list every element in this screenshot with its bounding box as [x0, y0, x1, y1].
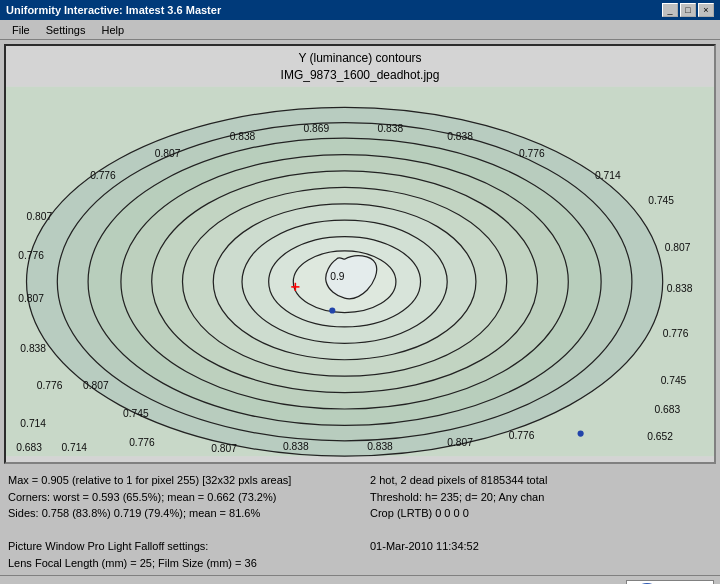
svg-text:0.838: 0.838 — [667, 283, 693, 294]
menu-help[interactable]: Help — [93, 22, 132, 38]
svg-text:0.714: 0.714 — [595, 170, 621, 181]
info-sides: Sides: 0.758 (83.8%) 0.719 (79.4%); mean… — [8, 505, 350, 522]
minimize-button[interactable]: _ — [662, 3, 678, 17]
menu-file[interactable]: File — [4, 22, 38, 38]
title-bar: Uniformity Interactive: Imatest 3.6 Mast… — [0, 0, 720, 20]
info-threshold: Threshold: h= 235; d= 20; Any chan — [370, 489, 712, 506]
info-crop: Crop (LRTB) 0 0 0 0 — [370, 505, 712, 522]
window-controls: _ □ × — [662, 3, 714, 17]
toolbar-row1: Read image file Display ▼ ▼ More Setting… — [0, 575, 720, 584]
window-title: Uniformity Interactive: Imatest 3.6 Mast… — [6, 4, 221, 16]
svg-text:0.776: 0.776 — [129, 437, 155, 448]
contour-chart: 0.776 0.807 0.838 0.776 0.714 0.683 0.77… — [6, 86, 714, 457]
chart-area: Y (luminance) contours IMG_9873_1600_dea… — [4, 44, 716, 464]
svg-text:0.776: 0.776 — [509, 429, 535, 440]
info-section: Max = 0.905 (relative to 1 for pixel 255… — [0, 468, 720, 575]
info-pwp-label: Picture Window Pro Light Falloff setting… — [8, 538, 350, 555]
maximize-button[interactable]: □ — [680, 3, 696, 17]
svg-text:0.807: 0.807 — [665, 242, 691, 253]
svg-text:0.838: 0.838 — [283, 441, 309, 452]
svg-text:0.776: 0.776 — [519, 147, 545, 158]
imatest-logo: imatest — [626, 580, 714, 584]
svg-text:0.776: 0.776 — [37, 380, 63, 391]
info-max: Max = 0.905 (relative to 1 for pixel 255… — [8, 472, 350, 489]
info-pixels: 2 hot, 2 dead pixels of 8185344 total — [370, 472, 712, 489]
svg-text:0.807: 0.807 — [18, 293, 44, 304]
menu-bar: File Settings Help — [0, 20, 720, 40]
info-right: 2 hot, 2 dead pixels of 8185344 total Th… — [370, 472, 712, 571]
svg-text:0.838: 0.838 — [20, 342, 46, 353]
svg-text:0.776: 0.776 — [90, 170, 116, 181]
info-focal: Lens Focal Length (mm) = 25; Film Size (… — [8, 555, 350, 572]
info-left: Max = 0.905 (relative to 1 for pixel 255… — [8, 472, 350, 571]
svg-text:0.807: 0.807 — [83, 380, 109, 391]
svg-text:0.838: 0.838 — [230, 131, 256, 142]
svg-text:0.745: 0.745 — [648, 194, 674, 205]
contour-svg: 0.776 0.807 0.838 0.776 0.714 0.683 0.77… — [6, 86, 714, 457]
svg-text:0.807: 0.807 — [447, 437, 473, 448]
svg-text:0.776: 0.776 — [18, 250, 44, 261]
svg-text:0.869: 0.869 — [304, 123, 330, 134]
svg-text:0.745: 0.745 — [661, 375, 687, 386]
svg-text:0.714: 0.714 — [61, 442, 87, 453]
svg-text:0.652: 0.652 — [647, 430, 673, 441]
svg-text:0.838: 0.838 — [367, 441, 393, 452]
chart-title-line2: IMG_9873_1600_deadhot.jpg — [6, 67, 714, 84]
svg-text:0.9: 0.9 — [330, 270, 345, 281]
menu-settings[interactable]: Settings — [38, 22, 94, 38]
svg-text:0.807: 0.807 — [155, 147, 181, 158]
svg-text:0.838: 0.838 — [377, 123, 403, 134]
svg-text:0.714: 0.714 — [20, 418, 46, 429]
chart-title-line1: Y (luminance) contours — [6, 50, 714, 67]
svg-text:0.807: 0.807 — [211, 443, 237, 454]
svg-text:0.776: 0.776 — [663, 328, 689, 339]
svg-text:0.807: 0.807 — [27, 211, 53, 222]
chart-title: Y (luminance) contours IMG_9873_1600_dea… — [6, 46, 714, 86]
svg-text:0.745: 0.745 — [123, 408, 149, 419]
svg-text:0.838: 0.838 — [447, 131, 473, 142]
svg-point-13 — [329, 307, 335, 313]
svg-text:0.683: 0.683 — [654, 404, 680, 415]
info-date: 01-Mar-2010 11:34:52 — [370, 538, 712, 555]
info-corners: Corners: worst = 0.593 (65.5%); mean = 0… — [8, 489, 350, 506]
close-button[interactable]: × — [698, 3, 714, 17]
svg-point-14 — [578, 430, 584, 436]
svg-text:0.683: 0.683 — [16, 442, 42, 453]
